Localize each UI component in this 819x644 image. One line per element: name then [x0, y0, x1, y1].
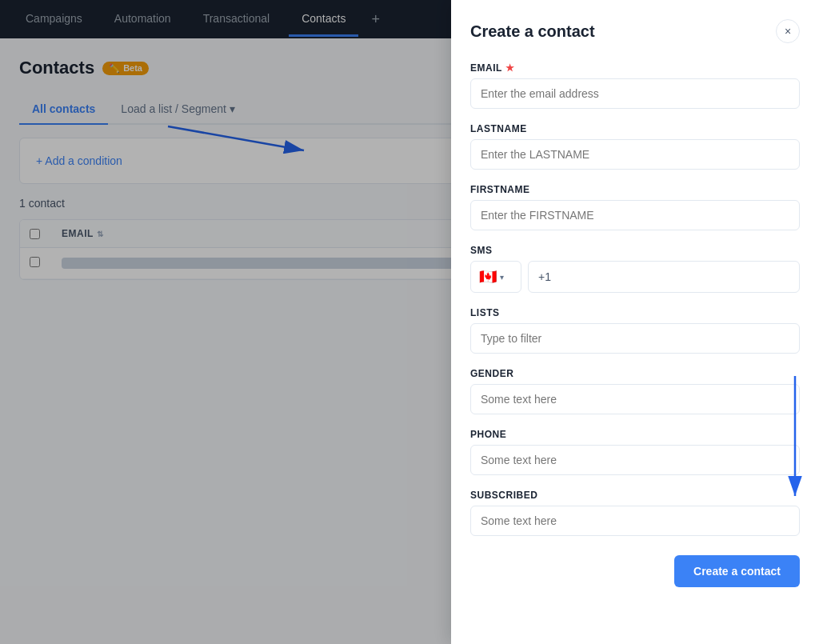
input-subscribed[interactable] [470, 506, 800, 536]
country-flag-select[interactable]: 🇨🇦 ▾ [470, 261, 521, 293]
main-layout: Contacts ✏️ Beta All contacts Load a lis… [0, 38, 819, 644]
modal-overlay[interactable]: Create a contact × EMAIL ★ LASTNAME [0, 0, 819, 644]
label-phone: PHONE [470, 429, 800, 440]
field-firstname: FIRSTNAME [470, 184, 800, 230]
label-lists: LISTS [470, 307, 800, 318]
field-lists: LISTS [470, 307, 800, 354]
field-email: EMAIL ★ [470, 62, 800, 109]
field-lastname: LASTNAME [470, 123, 800, 170]
create-contact-panel: Create a contact × EMAIL ★ LASTNAME [451, 0, 819, 644]
label-gender: GENDER [470, 368, 800, 379]
label-email: EMAIL ★ [470, 62, 800, 74]
field-subscribed: SUBSCRIBED [470, 490, 800, 536]
sms-input-wrap: 🇨🇦 ▾ [470, 261, 800, 293]
panel-title: Create a contact [470, 22, 595, 41]
field-gender: GENDER [470, 368, 800, 414]
input-firstname[interactable] [470, 200, 800, 230]
required-star-email: ★ [505, 62, 515, 74]
label-firstname: FIRSTNAME [470, 184, 800, 195]
field-sms: SMS 🇨🇦 ▾ [470, 245, 800, 293]
panel-footer: Create a contact [470, 555, 800, 587]
input-gender[interactable] [470, 384, 800, 414]
flag-chevron-icon: ▾ [500, 273, 504, 282]
label-sms: SMS [470, 245, 800, 256]
input-phone[interactable] [470, 445, 800, 475]
field-phone: PHONE [470, 429, 800, 475]
label-subscribed: SUBSCRIBED [470, 490, 800, 501]
close-button[interactable]: × [776, 19, 800, 43]
input-email[interactable] [470, 78, 800, 109]
sms-number-input[interactable] [528, 261, 800, 293]
panel-header: Create a contact × [470, 19, 800, 43]
create-contact-button[interactable]: Create a contact [674, 555, 800, 587]
input-lists[interactable] [470, 323, 800, 354]
input-lastname[interactable] [470, 139, 800, 170]
label-lastname: LASTNAME [470, 123, 800, 134]
flag-icon: 🇨🇦 [479, 268, 497, 286]
